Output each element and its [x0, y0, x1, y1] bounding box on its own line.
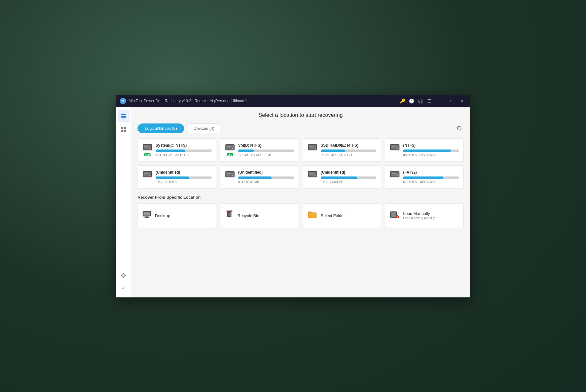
hdd-icon	[307, 143, 318, 153]
drive-card[interactable]: SSD System(C: NTFS) 123.94 GB / 232.16 G…	[138, 138, 216, 162]
drive-card[interactable]: (Unidentified) 0 B / 15.98 MB	[138, 165, 216, 189]
drive-info: (Unidentified) 0 B / 127.00 MB	[321, 170, 377, 184]
drive-icon-wrap	[390, 143, 400, 153]
svg-rect-3	[121, 116, 126, 117]
drive-card-header: (Unidentified) 0 B / 16.00 MB	[225, 170, 294, 184]
refresh-button[interactable]	[455, 124, 464, 133]
progress-bar-bg	[156, 176, 212, 179]
drive-info: (Unidentified) 0 B / 15.98 MB	[156, 170, 212, 184]
maximize-button[interactable]: □	[447, 96, 456, 105]
svg-rect-37	[309, 173, 313, 174]
drive-info: (FAT32) 67.06 MB / 100.00 MB	[403, 170, 459, 184]
progress-bar-fill	[238, 149, 254, 152]
sidebar-item-drives[interactable]	[118, 110, 130, 122]
svg-rect-2	[121, 114, 126, 115]
drive-name: (FAT32)	[403, 170, 459, 175]
svg-rect-6	[124, 127, 126, 129]
drive-name: (Unidentified)	[156, 170, 212, 175]
recycle-icon	[225, 210, 234, 221]
sidebar-item-settings[interactable]	[118, 269, 130, 282]
progress-bar-bg	[403, 176, 459, 179]
svg-point-28	[149, 175, 151, 176]
close-button[interactable]: ✕	[457, 96, 466, 105]
progress-bar-bg	[403, 149, 459, 152]
drive-card-header: (Unidentified) 0 B / 127.00 MB	[307, 170, 377, 184]
progress-bar-bg	[156, 149, 212, 152]
sidebar-item-dashboard[interactable]	[118, 123, 130, 136]
svg-rect-44	[145, 216, 148, 217]
drive-card[interactable]: (Unidentified) 0 B / 127.00 MB	[303, 165, 381, 189]
svg-point-12	[149, 148, 151, 149]
location-card-load[interactable]: ! Load Manually Load recovery result (*.…	[385, 203, 464, 228]
section-title: Recover From Specific Location	[138, 195, 464, 200]
drive-name: SSD RAID0(E: NTFS)	[321, 143, 377, 148]
drive-size: 125.49 GB / 447.11 GB	[238, 153, 294, 157]
svg-point-24	[397, 148, 398, 149]
drive-card[interactable]: (Unidentified) 0 B / 16.00 MB	[220, 165, 299, 189]
drive-card[interactable]: (FAT32) 67.06 MB / 100.00 MB	[385, 165, 464, 189]
svg-point-16	[232, 148, 233, 149]
hdd-icon	[142, 170, 152, 180]
minimize-button[interactable]: —	[437, 96, 446, 105]
svg-point-51	[231, 210, 232, 211]
drive-size: 0 B / 127.00 MB	[321, 180, 377, 184]
main-window: M MiniTool Power Data Recovery v10.2 - R…	[116, 95, 470, 297]
tabs-row: Logical Drives (9) Devices (4)	[138, 123, 464, 133]
location-label: Load Manually	[403, 211, 438, 216]
load-icon: !	[390, 210, 399, 221]
location-label: Select Folder	[321, 213, 345, 218]
sidebar-expand-button[interactable]: »	[118, 283, 130, 292]
tab-devices[interactable]: Devices (4)	[186, 123, 222, 133]
drive-card[interactable]: (NTFS) 88.89 MB / 623.00 MB	[385, 138, 464, 162]
menu-icon[interactable]: ☰	[426, 98, 432, 104]
drive-info: (Unidentified) 0 B / 16.00 MB	[238, 170, 294, 184]
drive-card-header: SSD System(C: NTFS) 123.94 GB / 232.16 G…	[142, 143, 212, 157]
location-card-desktop[interactable]: Desktop	[138, 203, 216, 228]
folder-icon	[307, 210, 317, 221]
drive-card-header: (Unidentified) 0 B / 15.98 MB	[142, 170, 212, 184]
drive-name: VM(D: NTFS)	[238, 143, 294, 148]
svg-rect-33	[227, 173, 231, 174]
svg-rect-7	[121, 130, 123, 132]
ssd-badge: SSD	[227, 153, 233, 156]
svg-rect-45	[145, 217, 149, 218]
drive-info: VM(D: NTFS) 125.49 GB / 447.11 GB	[238, 143, 294, 157]
svg-point-32	[232, 175, 233, 176]
drive-card[interactable]: SSD VM(D: NTFS) 125.49 GB / 447.11 GB	[220, 138, 299, 162]
svg-point-20	[314, 148, 316, 149]
hdd-icon	[225, 170, 235, 180]
tab-logical-drives[interactable]: Logical Drives (9)	[138, 123, 184, 133]
headset-icon[interactable]: 🎧	[417, 98, 423, 104]
svg-rect-52	[309, 213, 316, 217]
svg-rect-21	[309, 146, 313, 147]
window-controls: — □ ✕	[437, 96, 466, 105]
progress-bar-bg	[238, 176, 294, 179]
drive-card-header: (FAT32) 67.06 MB / 100.00 MB	[390, 170, 459, 184]
main-content: Select a location to start recovering Lo…	[131, 107, 470, 297]
drive-card[interactable]: SSD RAID0(E: NTFS) 99.20 GB / 223.33 GB	[303, 138, 381, 162]
drive-name: System(C: NTFS)	[156, 143, 212, 148]
drive-size: 0 B / 15.98 MB	[156, 180, 212, 184]
location-label: Desktop	[155, 213, 170, 218]
app-body: » Select a location to start recovering …	[116, 107, 470, 297]
location-card-recycle[interactable]: Recycle Bin	[220, 203, 299, 228]
drive-info: SSD RAID0(E: NTFS) 99.20 GB / 223.33 GB	[321, 143, 377, 157]
hdd-icon	[225, 143, 235, 153]
progress-bar-bg	[238, 149, 294, 152]
location-sublabel: Load recovery result (*...	[403, 216, 438, 220]
location-card-folder[interactable]: Select Folder	[303, 203, 381, 228]
drive-card-header: SSD VM(D: NTFS) 125.49 GB / 447.11 GB	[225, 143, 294, 157]
key-icon[interactable]: 🔑	[400, 98, 405, 104]
drive-name: (Unidentified)	[321, 170, 377, 175]
drive-icon-wrap: SSD	[225, 143, 235, 156]
svg-rect-41	[392, 173, 395, 174]
progress-bar-fill	[321, 176, 357, 179]
svg-rect-43	[144, 212, 150, 216]
svg-point-36	[314, 175, 316, 176]
svg-text:M: M	[122, 100, 124, 103]
svg-rect-54	[391, 212, 396, 217]
progress-bar-fill	[156, 176, 189, 179]
drive-grid: SSD System(C: NTFS) 123.94 GB / 232.16 G…	[138, 138, 464, 189]
clock-icon[interactable]: 🕐	[408, 98, 414, 104]
progress-bar-bg	[321, 149, 377, 152]
